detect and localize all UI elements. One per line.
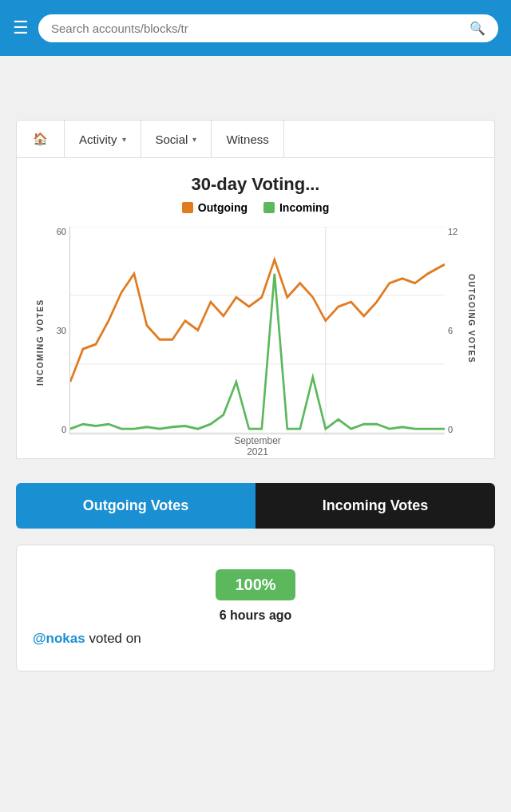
header: ☰ 🔍 [0,0,511,56]
tab-social-label: Social [156,133,188,146]
right-tick-6: 6 [448,326,453,335]
vote-time: 6 hours ago [33,608,478,623]
tab-bar: 🏠 Activity ▾ Social ▾ Witness [16,120,495,158]
right-tick-0: 0 [448,425,453,434]
activity-chevron-icon: ▾ [122,135,126,144]
outgoing-legend-label: Outgoing [198,201,248,214]
x-axis-labels: September 2021 [70,435,445,457]
vote-card: 100% 6 hours ago @nokas voted on [16,545,495,671]
vote-username[interactable]: @nokas [33,631,85,646]
vote-text-suffix: voted on [89,631,141,646]
right-tick-12: 12 [448,227,458,236]
home-icon: 🏠 [33,132,48,146]
right-axis-ticks: 12 6 0 [445,227,464,434]
hamburger-icon[interactable]: ☰ [13,18,29,38]
chart-title: 30-day Voting... [25,174,486,195]
chart-section: 30-day Voting... Outgoing Incoming INCOM… [16,158,495,459]
left-tick-0: 0 [61,425,66,434]
outgoing-votes-button[interactable]: Outgoing Votes [16,483,256,529]
chart-inner: September 2021 [69,227,445,434]
left-axis-label: INCOMING VOTES [33,227,47,434]
spacer [0,56,511,120]
left-tick-60: 60 [57,227,66,236]
search-icon[interactable]: 🔍 [469,21,485,36]
tab-witness[interactable]: Witness [212,121,283,157]
vote-percent-badge: 100% [216,569,295,600]
left-axis-ticks: 60 30 0 [47,227,69,434]
incoming-line [70,274,445,429]
vote-text: @nokas voted on [33,631,478,647]
search-input[interactable] [51,22,463,35]
search-bar: 🔍 [38,14,498,42]
outgoing-color-dot [182,202,193,213]
right-axis-label: OUTGOING VOTES [464,227,478,434]
legend-incoming: Incoming [263,201,329,214]
x-label-month: September [70,435,445,446]
chart-legend: Outgoing Incoming [25,201,486,214]
x-label-year: 2021 [70,446,445,457]
chart-container: INCOMING VOTES 60 30 0 [33,227,478,434]
tab-social[interactable]: Social ▾ [141,121,212,157]
incoming-votes-button[interactable]: Incoming Votes [256,483,495,529]
votes-section: Outgoing Votes Incoming Votes [16,483,495,529]
social-chevron-icon: ▾ [192,135,196,144]
tab-witness-label: Witness [226,133,268,146]
incoming-legend-label: Incoming [279,201,329,214]
tab-home[interactable]: 🏠 [17,121,65,157]
tab-activity-label: Activity [79,133,117,146]
chart-svg [70,227,445,434]
tab-activity[interactable]: Activity ▾ [65,121,141,157]
legend-outgoing: Outgoing [182,201,248,214]
incoming-color-dot [263,202,275,213]
left-tick-30: 30 [57,326,66,335]
